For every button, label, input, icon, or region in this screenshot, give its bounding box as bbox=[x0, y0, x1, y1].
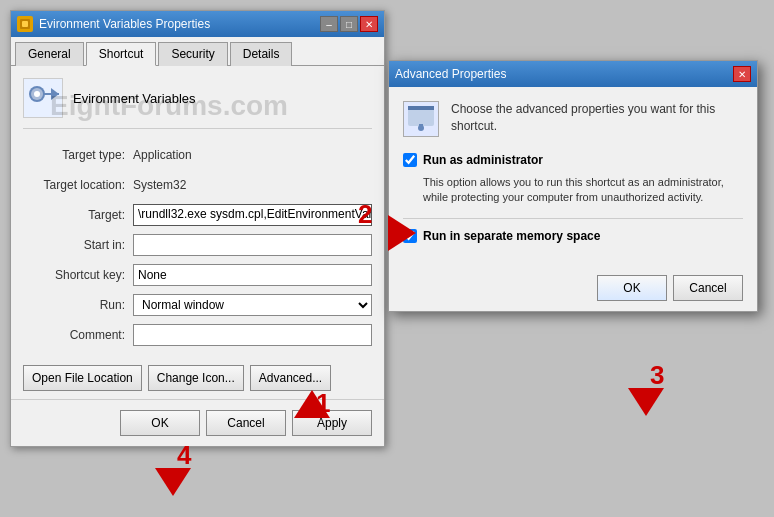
app-icon bbox=[23, 78, 63, 118]
target-type-value: Application bbox=[133, 148, 192, 162]
target-type-row: Target type: Application bbox=[23, 143, 372, 167]
svg-rect-8 bbox=[419, 124, 423, 129]
adv-ok-button[interactable]: OK bbox=[597, 275, 667, 301]
change-icon-button[interactable]: Change Icon... bbox=[148, 365, 244, 391]
comment-input[interactable] bbox=[133, 324, 372, 346]
action-buttons: Open File Location Change Icon... Advanc… bbox=[11, 365, 384, 391]
run-as-admin-row: Run as administrator bbox=[403, 153, 743, 167]
separate-memory-checkbox[interactable] bbox=[403, 229, 417, 243]
comment-row: Comment: bbox=[23, 323, 372, 347]
start-in-label: Start in: bbox=[23, 238, 133, 252]
window-icon bbox=[17, 16, 33, 32]
arrow-3-down bbox=[628, 388, 664, 416]
comment-label: Comment: bbox=[23, 328, 133, 342]
main-title-bar: Evironment Variables Properties – □ ✕ bbox=[11, 11, 384, 37]
tab-shortcut[interactable]: Shortcut bbox=[86, 42, 157, 66]
open-file-location-button[interactable]: Open File Location bbox=[23, 365, 142, 391]
adv-window-title: Advanced Properties bbox=[395, 67, 506, 81]
apply-button[interactable]: Apply bbox=[292, 410, 372, 436]
separator bbox=[403, 218, 743, 219]
window-title: Evironment Variables Properties bbox=[39, 17, 210, 31]
target-type-label: Target type: bbox=[23, 148, 133, 162]
run-select-wrapper: Normal window Minimized Maximized bbox=[133, 294, 372, 316]
target-label: Target: bbox=[23, 208, 133, 222]
arrow-3-label: 3 bbox=[650, 360, 664, 391]
run-row: Run: Normal window Minimized Maximized bbox=[23, 293, 372, 317]
adv-close-button[interactable]: ✕ bbox=[733, 66, 751, 82]
adv-description: Choose the advanced properties you want … bbox=[451, 101, 743, 135]
arrow-4-down bbox=[155, 468, 191, 496]
target-location-row: Target location: System32 bbox=[23, 173, 372, 197]
start-in-input[interactable] bbox=[133, 234, 372, 256]
advanced-button[interactable]: Advanced... bbox=[250, 365, 331, 391]
adv-footer: OK Cancel bbox=[389, 265, 757, 311]
adv-icon bbox=[403, 101, 439, 137]
tab-general[interactable]: General bbox=[15, 42, 84, 66]
adv-title-left: Advanced Properties bbox=[395, 67, 506, 81]
maximize-button[interactable]: □ bbox=[340, 16, 358, 32]
svg-point-4 bbox=[34, 91, 40, 97]
svg-rect-1 bbox=[22, 21, 28, 27]
main-footer: OK Cancel Apply bbox=[11, 399, 384, 446]
close-button[interactable]: ✕ bbox=[360, 16, 378, 32]
tabs-row: General Shortcut Security Details bbox=[11, 37, 384, 66]
minimize-button[interactable]: – bbox=[320, 16, 338, 32]
cancel-button[interactable]: Cancel bbox=[206, 410, 286, 436]
svg-rect-6 bbox=[408, 106, 434, 110]
target-input[interactable]: \rundll32.exe sysdm.cpl,EditEnvironmentV… bbox=[133, 204, 372, 226]
adv-cancel-button[interactable]: Cancel bbox=[673, 275, 743, 301]
window-content: Evironment Variables Target type: Applic… bbox=[11, 66, 384, 365]
title-bar-left: Evironment Variables Properties bbox=[17, 16, 210, 32]
target-location-value: System32 bbox=[133, 178, 186, 192]
separate-memory-row: Run in separate memory space bbox=[403, 229, 743, 243]
shortcut-key-row: Shortcut key: bbox=[23, 263, 372, 287]
shortcut-key-input[interactable] bbox=[133, 264, 372, 286]
run-as-admin-checkbox[interactable] bbox=[403, 153, 417, 167]
target-row: Target: \rundll32.exe sysdm.cpl,EditEnvi… bbox=[23, 203, 372, 227]
adv-content: Choose the advanced properties you want … bbox=[389, 87, 757, 265]
app-name: Evironment Variables bbox=[73, 91, 196, 106]
shortcut-key-label: Shortcut key: bbox=[23, 268, 133, 282]
start-in-row: Start in: bbox=[23, 233, 372, 257]
adv-title-bar: Advanced Properties ✕ bbox=[389, 61, 757, 87]
run-as-admin-label: Run as administrator bbox=[423, 153, 543, 167]
ok-button[interactable]: OK bbox=[120, 410, 200, 436]
adv-title-buttons: ✕ bbox=[733, 66, 751, 82]
run-select[interactable]: Normal window Minimized Maximized bbox=[133, 294, 372, 316]
advanced-dialog: Advanced Properties ✕ Choose the advance… bbox=[388, 60, 758, 312]
tab-details[interactable]: Details bbox=[230, 42, 293, 66]
target-location-label: Target location: bbox=[23, 178, 133, 192]
app-icon-row: Evironment Variables bbox=[23, 78, 372, 129]
main-window: Evironment Variables Properties – □ ✕ Ge… bbox=[10, 10, 385, 447]
run-label: Run: bbox=[23, 298, 133, 312]
tab-security[interactable]: Security bbox=[158, 42, 227, 66]
title-buttons: – □ ✕ bbox=[320, 16, 378, 32]
adv-header-row: Choose the advanced properties you want … bbox=[403, 101, 743, 137]
run-as-admin-desc: This option allows you to run this short… bbox=[423, 175, 743, 206]
separate-memory-label: Run in separate memory space bbox=[423, 229, 600, 243]
